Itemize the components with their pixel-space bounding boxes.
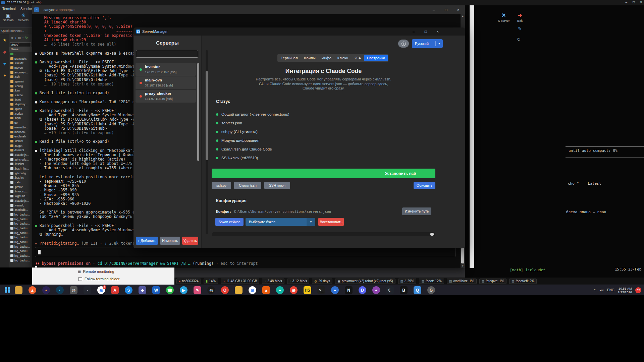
file-tree-item[interactable]: .config (9, 84, 32, 88)
quick-connect[interactable]: Quick connect... (0, 27, 32, 34)
file-tree-item[interactable]: .gemini (9, 79, 32, 84)
file-tree-item[interactable]: .codex (9, 111, 32, 116)
file-tree-item[interactable]: .npm (9, 116, 32, 121)
server-action-button[interactable]: Изменить (160, 237, 180, 245)
taskbar-app-icon[interactable]: ✎ (194, 286, 201, 294)
file-tree-item[interactable]: .git-crede... (9, 157, 32, 162)
pencil-icon[interactable]: ✎ (518, 26, 522, 31)
install-all-button[interactable]: Установить всё (212, 169, 435, 178)
follow-terminal-folder-row[interactable]: Follow terminal folder (78, 277, 120, 281)
minimize-icon[interactable]: – (411, 27, 417, 36)
tree-column-header[interactable]: Name (9, 47, 32, 52)
minimize-icon[interactable]: – (626, 0, 628, 4)
terminal-titlebar[interactable]: > · запуск и проверка – □ × (32, 5, 465, 14)
server-list-item[interactable]: investor 173.212.212.157 [ssh] (136, 63, 196, 76)
claude-input-box[interactable] (35, 247, 455, 257)
notification-count-badge[interactable]: 32 (635, 287, 641, 293)
toolbar-icon[interactable]: ↻ (25, 36, 28, 40)
toolbar-icon[interactable]: ★ (11, 36, 14, 40)
file-tree-item[interactable]: proxyapis (9, 56, 32, 61)
taskbar-app-icon[interactable]: ◎ (70, 286, 77, 294)
file-tree-item[interactable]: .lesshst (9, 162, 32, 167)
maximize-icon[interactable]: □ (423, 27, 429, 36)
file-tree-item[interactable]: log_backu... (9, 253, 32, 258)
sidebar-strip-icon[interactable]: ◆ (3, 49, 6, 54)
taskbar-app-icon[interactable]: >_ (317, 286, 325, 294)
file-tree-item[interactable]: .viminfo (9, 203, 32, 208)
file-tree-item[interactable]: .zshrc (9, 180, 32, 185)
taskbar-app-icon[interactable]: ☎ (166, 286, 174, 294)
file-tree-item[interactable]: log_backu... (9, 240, 32, 244)
taskbar-app-icon[interactable]: ◐ (56, 286, 64, 294)
file-tree-item[interactable]: .di-proxy... (9, 102, 32, 107)
file-tree-item[interactable]: .tmux.co... (9, 189, 32, 194)
backup-now-button[interactable]: Бэкап сейчас (215, 218, 244, 226)
keyboard-language[interactable]: ENG (607, 288, 614, 292)
file-tree-item[interactable]: log_backu... (9, 221, 32, 226)
file-tree-item[interactable]: .local (9, 98, 32, 102)
file-tree-item[interactable]: .cache (9, 93, 32, 98)
file-tree-item[interactable]: .nuget (9, 143, 32, 148)
file-tree-item[interactable]: .bash_his... (9, 166, 32, 171)
taskbar-app-icon[interactable]: HS (304, 286, 311, 294)
scrollbar-thumb[interactable] (430, 233, 434, 236)
maximize-icon[interactable]: □ (443, 5, 449, 14)
file-tree-item[interactable]: .claude.js... (9, 153, 32, 157)
file-tree-item[interactable]: .. (9, 52, 32, 56)
file-tree-item[interactable]: log_backu... (9, 226, 32, 231)
path-input[interactable] (10, 42, 31, 47)
file-tree-item[interactable]: mariadb-... (9, 125, 32, 130)
taskbar-app-icon[interactable]: ▲ (29, 286, 36, 294)
taskbar-app-icon[interactable] (235, 286, 243, 294)
clock[interactable]: 10:55 AM 2/23/2026 (618, 287, 632, 294)
file-tree-item[interactable]: myvpn (9, 65, 32, 70)
close-icon[interactable]: × (455, 5, 461, 14)
server-list-item[interactable]: proxy-checker 161.97.118.40 [ssh] (136, 90, 196, 103)
taskbar-app-icon[interactable]: ▪ (84, 286, 91, 294)
file-tree-item[interactable]: log_backu... (9, 231, 32, 235)
ribbon-button[interactable]: ➜ Exit (513, 12, 527, 22)
taskbar-app-icon[interactable]: D (359, 286, 366, 294)
sidebar-strip-icon[interactable]: ➤ (2, 60, 8, 67)
server-action-button[interactable]: + Добавить (136, 237, 158, 245)
file-tree-item[interactable]: .gitconfig (9, 171, 32, 176)
file-tree-item[interactable]: .bashrc (9, 176, 32, 180)
taskbar-app-icon[interactable]: ◉ (290, 286, 298, 294)
file-tree-item[interactable]: .claude (9, 61, 32, 65)
file-tree-item[interactable]: .wget-hs... (9, 194, 32, 198)
restore-button[interactable]: Восстановить (318, 218, 344, 226)
file-tree-item[interactable]: log_backu... (9, 217, 32, 222)
taskbar-app-icon[interactable]: W (152, 286, 160, 294)
toolbar-icon[interactable]: ↓ (15, 36, 17, 40)
taskbar-app-icon[interactable]: G (427, 286, 435, 294)
background-scrollbar[interactable] (470, 5, 474, 268)
file-tree-item[interactable]: endlessh (9, 134, 32, 139)
ribbon-button[interactable]: ✕ X server (497, 12, 511, 22)
change-path-button[interactable]: Изменить путь (402, 207, 431, 215)
file-tree-item[interactable]: log_backu... (9, 249, 32, 254)
taskbar-app-icon[interactable]: ● (331, 286, 339, 294)
file-tree-item[interactable]: go (9, 120, 32, 125)
taskbar-app-icon[interactable]: ▲ (262, 286, 270, 294)
file-tree-item[interactable]: mariadb-... (9, 130, 32, 134)
install-part-button[interactable]: ssh.py (212, 182, 231, 189)
start-button[interactable] (5, 287, 10, 293)
file-tree-item[interactable]: dotnet9 (9, 148, 32, 153)
sidebar-strip-icon[interactable]: ● (3, 73, 6, 78)
maximize-icon[interactable]: □ (633, 0, 635, 4)
file-tree-item[interactable]: log_backu... (9, 258, 32, 263)
refresh-button[interactable]: Обновить (414, 182, 435, 189)
file-tree-item[interactable]: .dotnet (9, 139, 32, 143)
taskbar-app-icon[interactable]: ◕ (42, 286, 50, 294)
server-list-item[interactable]: main-ovh 37.187.136.86 [ssh] (136, 76, 196, 89)
scroll-up-icon[interactable]: ▲ (461, 14, 465, 18)
close-icon[interactable]: × (435, 27, 441, 36)
taskbar-app-icon[interactable] (15, 286, 22, 294)
taskbar-app-icon[interactable]: B (400, 286, 408, 294)
scroll-down-icon[interactable]: ▼ (461, 264, 465, 268)
install-part-button[interactable]: Скилл /ssh (234, 182, 261, 189)
file-tree-item[interactable]: .ssh (9, 74, 32, 79)
toolbar-icon[interactable]: ▤ (18, 36, 21, 40)
taskbar-app-icon[interactable]: S (125, 286, 132, 294)
ribbon-button[interactable]: ▣ Session (1, 12, 15, 22)
